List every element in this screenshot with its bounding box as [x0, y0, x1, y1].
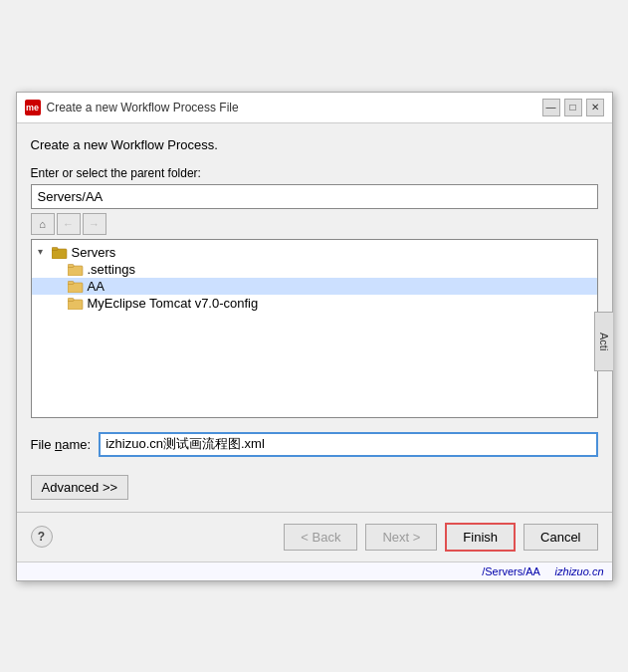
button-bar: ? < Back Next > Finish Cancel — [17, 513, 612, 561]
next-button[interactable]: Next > — [365, 524, 437, 551]
back-button[interactable]: < Back — [284, 524, 357, 551]
window-title: Create a new Workflow Process File — [47, 101, 542, 114]
folder-icon-settings — [68, 263, 84, 276]
file-name-row: File name: — [31, 432, 598, 457]
file-name-input[interactable] — [99, 432, 597, 457]
minimize-button[interactable]: — — [542, 99, 560, 116]
close-button[interactable]: ✕ — [586, 99, 604, 116]
home-nav-button[interactable]: ⌂ — [31, 213, 55, 235]
expand-arrow-settings — [54, 263, 66, 275]
window-controls: — □ ✕ — [542, 99, 604, 116]
status-bar: /Servers/AA izhizuo.cn — [17, 561, 612, 580]
folder-section: Enter or select the parent folder: ⌂ ← →… — [31, 166, 598, 418]
svg-rect-7 — [68, 298, 74, 301]
tree-label-servers: Servers — [72, 245, 116, 260]
status-path: /Servers/AA — [482, 565, 539, 577]
nav-bar: ⌂ ← → — [31, 213, 598, 235]
description-text: Create a new Workflow Process. — [31, 137, 598, 156]
tree-label-settings: .settings — [88, 262, 135, 277]
sidebar-tab[interactable]: Acti — [594, 312, 613, 371]
tree-item-servers[interactable]: ▾ Servers — [32, 244, 597, 261]
file-name-label: File name: — [31, 437, 92, 452]
advanced-button[interactable]: Advanced >> — [31, 475, 129, 500]
svg-rect-5 — [68, 281, 74, 284]
svg-rect-1 — [52, 247, 58, 250]
tree-label-tomcat: MyEclipse Tomcat v7.0-config — [88, 296, 259, 311]
status-watermark: izhizuo.cn — [555, 565, 604, 577]
icon-label: me — [26, 103, 39, 112]
back-nav-button[interactable]: ← — [57, 213, 81, 235]
svg-rect-3 — [68, 264, 74, 267]
tree-item-tomcat[interactable]: MyEclipse Tomcat v7.0-config — [32, 295, 597, 312]
expand-arrow-tomcat — [54, 297, 66, 309]
cancel-button[interactable]: Cancel — [523, 524, 597, 551]
folder-icon-tomcat — [68, 297, 84, 310]
folder-icon-servers — [52, 246, 68, 259]
main-window: me Create a new Workflow Process File — … — [16, 92, 613, 581]
path-input[interactable] — [31, 184, 598, 209]
app-icon: me — [25, 100, 41, 115]
title-bar: me Create a new Workflow Process File — … — [17, 93, 612, 123]
forward-nav-button[interactable]: → — [83, 213, 106, 235]
finish-button[interactable]: Finish — [445, 523, 516, 552]
tree-item-aa[interactable]: AA — [32, 278, 597, 295]
help-button[interactable]: ? — [31, 526, 53, 548]
folder-label: Enter or select the parent folder: — [31, 166, 598, 180]
dialog-content: Create a new Workflow Process. Enter or … — [17, 123, 612, 500]
folder-icon-aa — [68, 280, 84, 293]
expand-arrow-servers: ▾ — [38, 246, 50, 258]
advanced-section: Advanced >> — [31, 467, 598, 500]
expand-arrow-aa — [54, 280, 66, 292]
folder-tree[interactable]: ▾ Servers — [31, 239, 598, 418]
tree-label-aa: AA — [88, 279, 105, 294]
tree-item-settings[interactable]: .settings — [32, 261, 597, 278]
maximize-button[interactable]: □ — [564, 99, 582, 116]
